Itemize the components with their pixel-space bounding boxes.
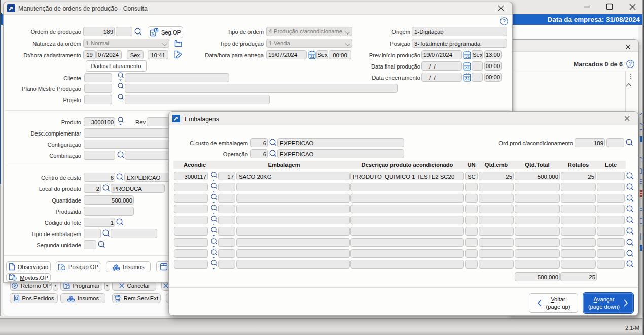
svg-text:31: 31 [465, 65, 470, 70]
svg-text:?: ? [503, 18, 506, 24]
svg-text:31: 31 [465, 54, 470, 59]
svg-text:?: ? [629, 61, 632, 67]
svg-text:31: 31 [465, 76, 470, 81]
